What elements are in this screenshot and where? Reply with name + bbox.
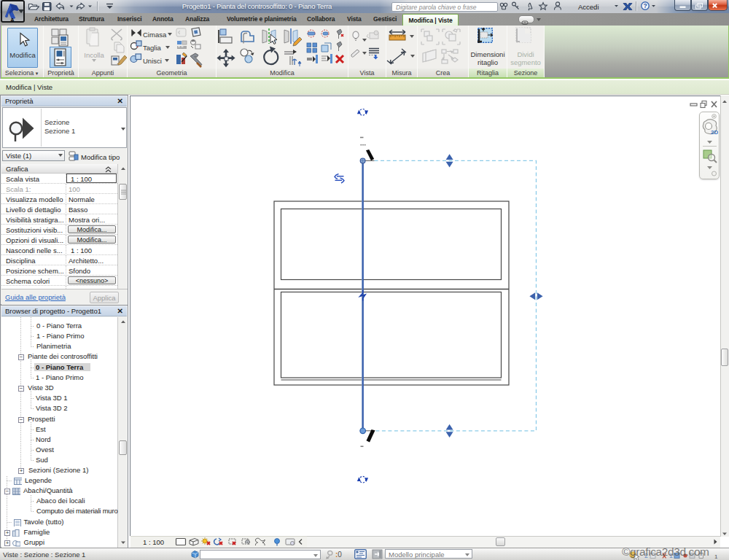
svg-text:?: ? [643, 2, 647, 9]
svg-text:A: A [10, 17, 15, 23]
